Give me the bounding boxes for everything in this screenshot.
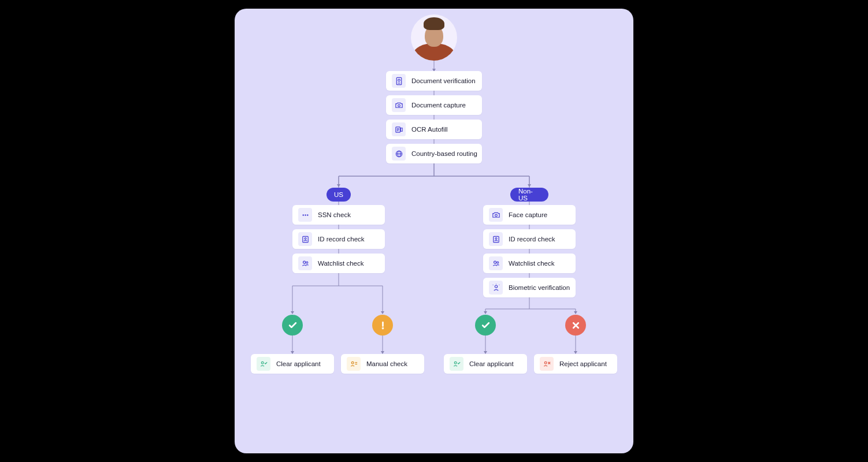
- svg-point-46: [454, 362, 457, 364]
- svg-point-34: [495, 214, 497, 217]
- outcome-manual-check: Manual check: [341, 354, 424, 374]
- svg-point-43: [351, 362, 354, 364]
- step-label: OCR Autofill: [411, 126, 448, 133]
- applicant-avatar: [411, 14, 457, 61]
- svg-point-16: [398, 79, 400, 81]
- step-label: Document verification: [411, 77, 476, 84]
- biometric-icon: [489, 281, 503, 295]
- step-face-capture: Face capture: [483, 205, 576, 225]
- id-record-icon: [489, 232, 503, 246]
- step-ocr-autofill: OCR Autofill: [386, 120, 482, 139]
- watchlist-icon: [489, 256, 503, 270]
- manual-icon: [347, 357, 361, 371]
- branch-pill-nonus: Non-US: [510, 188, 548, 202]
- svg-point-31: [305, 237, 306, 239]
- step-watchlist-check-us: Watchlist check: [292, 254, 385, 273]
- step-label: Face capture: [509, 211, 547, 218]
- outcome-clear-applicant: Clear applicant: [444, 354, 527, 374]
- clear-icon: [257, 357, 270, 371]
- svg-point-39: [495, 285, 497, 288]
- camera-icon: [392, 98, 406, 112]
- outcome-clear-applicant: Clear applicant: [251, 354, 334, 374]
- step-label: Watchlist check: [318, 260, 363, 267]
- branch-pill-us: US: [327, 188, 351, 202]
- reject-icon: [540, 357, 554, 371]
- step-biometric-verification: Biometric verification: [483, 278, 576, 297]
- svg-point-27: [302, 214, 303, 215]
- workflow-diagram: Document verification Document capture O…: [235, 9, 633, 453]
- outcome-reject-applicant: Reject applicant: [534, 354, 617, 374]
- svg-point-36: [495, 237, 497, 239]
- svg-point-28: [305, 214, 306, 215]
- step-label: Watchlist check: [509, 260, 554, 267]
- svg-point-42: [261, 362, 264, 364]
- svg-point-33: [306, 262, 307, 263]
- step-label: ID record check: [318, 236, 365, 243]
- error-badge: [565, 315, 586, 336]
- svg-point-29: [307, 214, 308, 215]
- step-ssn-check: SSN check: [292, 205, 385, 225]
- step-country-routing: Country-based routing: [386, 144, 482, 163]
- camera-icon: [489, 208, 503, 222]
- step-label: Country-based routing: [411, 150, 477, 157]
- step-document-verification: Document verification: [386, 71, 482, 91]
- step-label: ID record check: [509, 236, 555, 243]
- outcome-label: Reject applicant: [559, 360, 607, 367]
- ocr-icon: [392, 122, 406, 136]
- success-badge: [475, 315, 496, 336]
- svg-point-38: [496, 262, 498, 263]
- watchlist-icon: [298, 256, 312, 270]
- step-id-record-check-nonus: ID record check: [483, 229, 576, 249]
- warning-badge: [372, 315, 393, 336]
- passport-icon: [392, 74, 406, 88]
- clear-icon: [450, 357, 463, 371]
- svg-point-41: [382, 327, 383, 328]
- svg-point-18: [398, 105, 400, 107]
- outcome-label: Clear applicant: [469, 360, 514, 367]
- id-record-icon: [298, 232, 312, 246]
- ssn-icon: [298, 208, 312, 222]
- svg-point-32: [303, 261, 305, 263]
- step-label: Document capture: [411, 102, 466, 109]
- step-label: Biometric verification: [509, 284, 570, 291]
- svg-rect-23: [400, 128, 402, 131]
- step-id-record-check-us: ID record check: [292, 229, 385, 249]
- step-watchlist-check-nonus: Watchlist check: [483, 254, 576, 273]
- globe-icon: [392, 147, 406, 161]
- outcome-label: Manual check: [366, 360, 407, 367]
- step-document-capture: Document capture: [386, 95, 482, 115]
- success-badge: [282, 315, 303, 336]
- step-label: SSN check: [318, 211, 351, 218]
- outcome-label: Clear applicant: [276, 360, 321, 367]
- svg-point-37: [494, 261, 496, 263]
- svg-point-47: [544, 362, 547, 364]
